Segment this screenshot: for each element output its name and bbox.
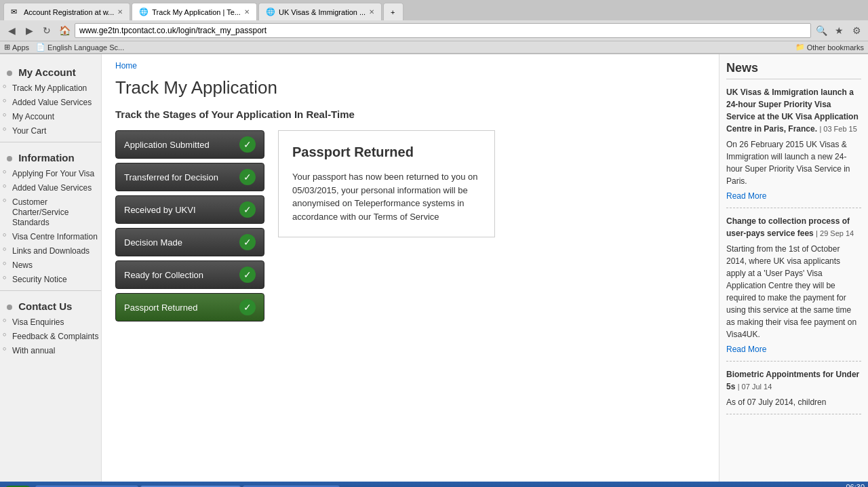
sidebar-divider-1 [0,142,101,142]
stage-2-check: ✓ [239,201,256,218]
taskbar-tray: 🔊 📶 06:30 2015/03/13 [806,482,865,487]
news-0-headline: UK Visas & Immigration launch a 24-hour … [726,86,861,135]
news-2-body: As of 07 July 2014, children [726,396,861,408]
gmail-icon: ✉ [11,7,20,17]
news-1-read-more[interactable]: Read More [726,343,861,355]
new-tab[interactable]: + [383,3,403,20]
sidebar-item-annual[interactable]: With annual [12,343,101,357]
english-icon: 📄 [36,43,45,52]
taskbar: Start Account Registration at w... Track… [0,482,868,487]
tab-3[interactable]: 🌐 UK Visas & Immigration ... ✕ [258,3,382,20]
information-section: Information [0,147,101,166]
back-button[interactable]: ◀ [4,23,19,38]
stage-5-label: Passport Returned [124,303,197,313]
breadcrumb: Home [115,61,705,71]
forward-button[interactable]: ▶ [22,23,37,38]
sidebar-item-my-account[interactable]: My Account [12,109,101,123]
sidebar-item-applying[interactable]: Applying For Your Visa [12,166,101,180]
track-subtitle: Track the Stages of Your Application In … [115,109,705,120]
other-bookmarks[interactable]: 📁 Other bookmarks [795,43,864,52]
bookmark-icon: 📁 [795,43,805,52]
news-0-read-more[interactable]: Read More [726,190,861,202]
sidebar-item-added-value[interactable]: Added Value Services [12,95,101,109]
stage-4-check: ✓ [239,267,256,283]
stage-0-check: ✓ [239,136,256,153]
news-0-body: On 26 February 2015 UK Visas & Immigrati… [726,138,861,187]
tab-2[interactable]: 🌐 Track My Application | Te... ✕ [132,3,257,20]
stage-3-check: ✓ [239,234,256,250]
news-item-2: Biometric Appointments for Under 5s | 07… [726,368,861,414]
stage-1[interactable]: Transferred for Decision ✓ [115,163,264,191]
news-2-headline: Biometric Appointments for Under 5s | 07… [726,368,861,393]
reload-button[interactable]: ↻ [39,23,54,38]
wrench-button[interactable]: ⚙ [849,23,864,38]
stages-and-box: Application Submitted ✓ Transferred for … [115,130,705,322]
news-item-0: UK Visas & Immigration launch a 24-hour … [726,86,861,208]
stage-0[interactable]: Application Submitted ✓ [115,130,264,159]
apps-icon: ⊞ [4,43,10,52]
stage-2-label: Received by UKVI [124,205,196,215]
stage-5[interactable]: Passport Returned ✓ [115,293,264,322]
news-1-body: Starting from the 1st of October 2014, w… [726,243,861,340]
contact-section: Contact Us [0,295,101,315]
sidebar-item-security[interactable]: Security Notice [12,272,101,286]
browser-icon-3: 🌐 [266,7,275,17]
sidebar-item-track[interactable]: Track My Application [12,81,101,95]
stage-4[interactable]: Ready for Collection ✓ [115,260,264,289]
stage-0-label: Application Submitted [124,140,210,150]
sidebar-item-visa-enquiries[interactable]: Visa Enquiries [12,315,101,329]
passport-returned-box: Passport Returned Your passport has now … [278,130,495,237]
information-list: Applying For Your Visa Added Value Servi… [0,166,101,286]
tab-1[interactable]: ✉ Account Registration at w... ✕ [3,3,130,20]
sidebar-item-news[interactable]: News [12,258,101,272]
tab-bar: ✉ Account Registration at w... ✕ 🌐 Track… [0,0,868,20]
star-button[interactable]: ★ [831,23,846,38]
main-content: Home Track My Application Track the Stag… [102,54,719,482]
search-button[interactable]: 🔍 [814,23,829,38]
sidebar-item-links[interactable]: Links and Downloads [12,244,101,258]
stage-1-check: ✓ [239,169,256,185]
sidebar-item-added-value-info[interactable]: Added Value Services [12,180,101,195]
stage-1-label: Transferred for Decision [124,172,218,182]
passport-box-text: Your passport has now been returned to y… [292,170,481,223]
stage-3-label: Decision Made [124,237,182,248]
sidebar-divider-2 [0,290,101,291]
nav-bar: ◀ ▶ ↻ 🏠 🔍 ★ ⚙ [0,20,868,41]
tab-1-close[interactable]: ✕ [117,8,123,16]
news-title: News [726,61,861,79]
browser-icon-2: 🌐 [139,7,149,17]
news-sidebar: News UK Visas & Immigration launch a 24-… [719,54,868,482]
stage-2[interactable]: Received by UKVI ✓ [115,195,264,224]
bookmarks-bar: ⊞ Apps 📄 English Language Sc... 📁 Other … [0,41,868,54]
sidebar-item-cart[interactable]: Your Cart [12,123,101,138]
stage-4-label: Ready for Collection [124,270,203,280]
sidebar: My Account Track My Application Added Va… [0,54,102,482]
passport-box-title: Passport Returned [292,144,481,160]
tab-3-close[interactable]: ✕ [369,8,374,16]
browser-chrome: ✉ Account Registration at w... ✕ 🌐 Track… [0,0,868,54]
contact-list: Visa Enquiries Feedback & Complaints Wit… [0,315,101,357]
page-title: Track My Application [115,77,705,98]
sidebar-item-visa-centre[interactable]: Visa Centre Information [12,229,101,244]
sidebar-item-feedback[interactable]: Feedback & Complaints [12,329,101,343]
address-bar[interactable] [75,23,811,38]
sidebar-item-customer[interactable]: Customer Charter/Service Standards [12,195,101,229]
apps-bookmark[interactable]: ⊞ Apps [4,43,29,52]
my-account-list: Track My Application Added Value Service… [0,81,101,138]
english-bookmark[interactable]: 📄 English Language Sc... [36,43,124,52]
tab-2-close[interactable]: ✕ [244,8,250,16]
news-1-headline: Change to collection process of user-pay… [726,215,861,239]
my-account-section: My Account [0,61,101,81]
stages-container: Application Submitted ✓ Transferred for … [115,130,264,322]
page-wrapper: My Account Track My Application Added Va… [0,54,868,482]
breadcrumb-home[interactable]: Home [115,61,137,71]
stage-5-check: ✓ [239,299,256,315]
home-button[interactable]: 🏠 [57,23,72,38]
taskbar-clock: 06:30 2015/03/13 [827,482,865,487]
news-item-1: Change to collection process of user-pay… [726,215,861,362]
stage-3[interactable]: Decision Made ✓ [115,228,264,256]
